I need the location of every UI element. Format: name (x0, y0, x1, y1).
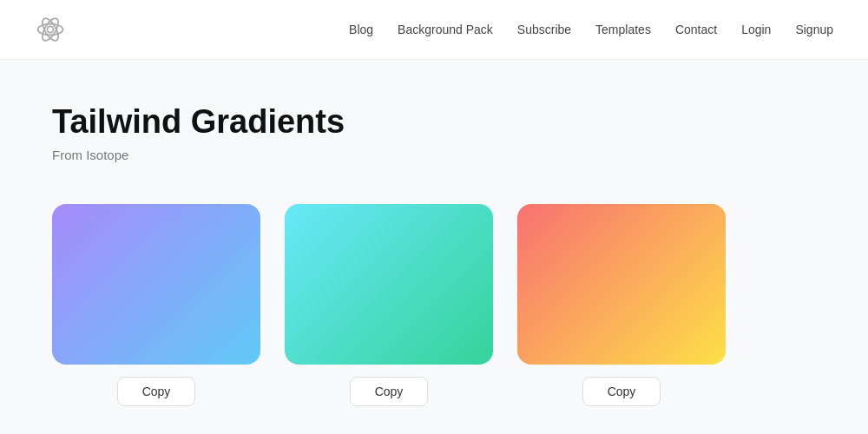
card-wrapper-1: Copy (52, 204, 260, 406)
gradient-card-3[interactable] (517, 204, 726, 365)
page-subtitle: From Isotope (52, 148, 816, 162)
card-wrapper-3: Copy (517, 204, 726, 406)
copy-button-1[interactable]: Copy (117, 377, 196, 406)
nav-background-pack[interactable]: Background Pack (398, 23, 493, 36)
gradient-cards-grid: Copy Copy Copy (52, 204, 816, 406)
nav-blog[interactable]: Blog (349, 23, 373, 36)
site-header: Blog Background Pack Subscribe Templates… (0, 0, 868, 60)
nav-subscribe[interactable]: Subscribe (517, 23, 571, 36)
svg-point-0 (47, 26, 53, 32)
main-nav: Blog Background Pack Subscribe Templates… (349, 23, 833, 36)
logo[interactable] (35, 14, 66, 45)
nav-contact[interactable]: Contact (675, 23, 717, 36)
gradient-card-2[interactable] (285, 204, 493, 365)
gradient-card-1[interactable] (52, 204, 260, 365)
nav-login[interactable]: Login (741, 23, 771, 36)
nav-templates[interactable]: Templates (595, 23, 651, 36)
main-content: Tailwind Gradients From Isotope Copy Cop… (0, 60, 868, 434)
nav-signup[interactable]: Signup (795, 23, 833, 36)
page-title: Tailwind Gradients (52, 103, 816, 141)
logo-icon (35, 14, 66, 45)
card-wrapper-2: Copy (285, 204, 493, 406)
copy-button-3[interactable]: Copy (582, 377, 661, 406)
copy-button-2[interactable]: Copy (350, 377, 429, 406)
